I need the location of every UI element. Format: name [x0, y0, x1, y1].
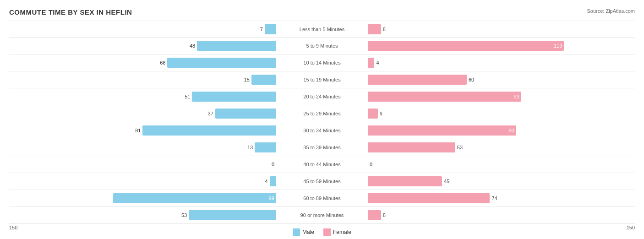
male-bar: 99: [113, 193, 276, 203]
left-bar-area: 66: [29, 54, 276, 71]
left-bar-area: 48: [29, 38, 276, 54]
female-value: 0: [370, 162, 372, 167]
female-value-inside: 93: [514, 94, 519, 99]
female-bar: [368, 142, 455, 152]
chart-row: 53 90 or more Minutes 8: [9, 207, 635, 224]
left-bar-area: 99: [29, 190, 276, 206]
right-bar-area: 0: [368, 156, 372, 173]
female-value: 74: [491, 196, 497, 201]
right-bar-area: 53: [368, 139, 463, 156]
row-label: 30 to 34 Minutes: [276, 128, 368, 133]
right-section: 4: [368, 54, 635, 71]
left-section: 53: [9, 207, 276, 223]
male-value: 51: [185, 94, 190, 99]
left-section: 66: [9, 54, 276, 71]
chart-area: 7 Less than 5 Minutes 8 48: [9, 21, 635, 224]
right-section: 8: [368, 207, 635, 223]
male-value: 15: [244, 77, 250, 82]
axis-right-label: 150: [627, 225, 635, 236]
chart-row: 66 10 to 14 Minutes 4: [9, 54, 635, 71]
row-label: 35 to 39 Minutes: [276, 145, 368, 150]
left-section: 15: [9, 71, 276, 88]
legend-male-box: [293, 228, 300, 236]
male-value: 4: [265, 179, 267, 184]
female-bar: 93: [368, 92, 521, 102]
male-value: 48: [190, 43, 195, 49]
female-bar: [368, 193, 490, 203]
row-label: 90 or more Minutes: [276, 212, 368, 218]
left-bar-area: 53: [29, 207, 276, 223]
left-section: 81: [9, 122, 276, 139]
left-section: 0: [9, 156, 276, 173]
legend-female: Female: [323, 228, 351, 236]
right-bar-area: 90: [368, 122, 516, 139]
chart-title: COMMUTE TIME BY SEX IN HEFLIN: [9, 8, 635, 16]
male-bar: [142, 125, 276, 136]
chart-row: 51 20 to 24 Minutes 93: [9, 88, 635, 105]
male-bar: [265, 24, 276, 34]
right-bar-area: 45: [368, 173, 449, 190]
male-value: 66: [160, 60, 165, 65]
male-value-inside: 99: [269, 196, 274, 201]
male-value: 7: [260, 27, 263, 32]
chart-row: 13 35 to 39 Minutes 53: [9, 139, 635, 156]
right-bar-area: 8: [368, 207, 386, 223]
male-value: 53: [181, 212, 187, 218]
male-bar: [197, 41, 276, 51]
row-label: 40 to 44 Minutes: [276, 162, 368, 167]
female-bar: [368, 75, 467, 85]
female-value: 8: [383, 27, 386, 32]
left-bar-area: 15: [29, 71, 276, 88]
legend-male-label: Male: [302, 229, 314, 235]
male-bar: [167, 58, 276, 68]
left-bar-area: 37: [29, 105, 276, 122]
right-bar-area: 119: [368, 38, 564, 54]
right-bar-area: 93: [368, 88, 521, 105]
row-label: 5 to 9 Minutes: [276, 43, 368, 49]
legend-female-box: [323, 228, 331, 236]
female-bar: [368, 176, 442, 186]
male-bar: [215, 109, 276, 119]
chart-row: 37 25 to 29 Minutes 6: [9, 105, 635, 122]
right-section: 93: [368, 88, 635, 105]
legend: Male Female: [293, 228, 351, 236]
right-section: 119: [368, 38, 635, 54]
left-section: 7: [9, 21, 276, 37]
legend-female-label: Female: [333, 229, 351, 235]
right-bar-area: 74: [368, 190, 497, 206]
female-value: 4: [376, 60, 379, 65]
left-bar-area: 0: [29, 156, 276, 173]
male-bar: [255, 142, 276, 152]
axis-left-label: 150: [9, 225, 17, 236]
female-bar: [368, 210, 381, 220]
chart-row: 81 30 to 34 Minutes 90: [9, 122, 635, 139]
female-value: 45: [444, 179, 449, 184]
left-section: 48: [9, 38, 276, 54]
row-label: 25 to 29 Minutes: [276, 111, 368, 116]
left-section: 37: [9, 105, 276, 122]
right-bar-area: 6: [368, 105, 382, 122]
male-bar: [189, 210, 276, 220]
female-value-inside: 90: [509, 128, 514, 133]
female-value-inside: 119: [554, 43, 562, 49]
female-value: 53: [457, 145, 463, 150]
female-value: 6: [380, 111, 382, 116]
female-bar: [368, 109, 378, 119]
chart-row: 0 40 to 44 Minutes 0: [9, 156, 635, 173]
row-label: 15 to 19 Minutes: [276, 77, 368, 82]
female-value: 60: [469, 77, 474, 82]
source-label: Source: ZipAtlas.com: [587, 8, 635, 14]
right-section: 6: [368, 105, 635, 122]
male-value: 13: [247, 145, 253, 150]
female-value: 8: [383, 212, 386, 218]
right-bar-area: 8: [368, 21, 386, 37]
chart-container: COMMUTE TIME BY SEX IN HEFLIN Source: Zi…: [0, 0, 644, 239]
row-label: 20 to 24 Minutes: [276, 94, 368, 99]
right-section: 0: [368, 156, 635, 173]
row-label: 45 to 59 Minutes: [276, 179, 368, 184]
male-bar: [192, 92, 276, 102]
left-bar-area: 4: [29, 173, 276, 190]
row-label: 60 to 89 Minutes: [276, 196, 368, 201]
legend-male: Male: [293, 228, 314, 236]
female-bar: [368, 58, 374, 68]
